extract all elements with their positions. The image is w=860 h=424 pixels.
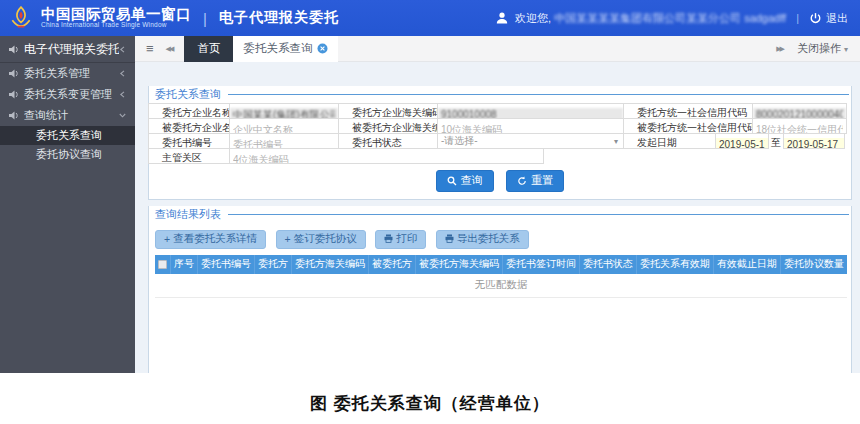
field-label: 委托书状态: [338, 133, 438, 149]
column-header: 被委托方: [369, 255, 416, 274]
reset-button[interactable]: 重置: [506, 170, 564, 192]
module-icon: [9, 45, 19, 54]
caret-down-icon: ▾: [614, 137, 618, 146]
query-panel: 委托关系查询 委托方企业名称 委托方企业海关编码: [148, 86, 852, 200]
sidebar-root-item[interactable]: 电子代理报关委托: [0, 36, 135, 63]
column-header: 委托书状态: [580, 255, 637, 274]
username-redacted: 中国某某某某集团有限公司某某分公司 sadgadff: [554, 11, 786, 26]
column-header: 被委托方海关编码: [416, 255, 503, 274]
field-label: 委托方企业名称: [148, 103, 230, 119]
select-all-header: [155, 255, 171, 274]
start-date-from-field[interactable]: [716, 138, 768, 150]
query-panel-title: 委托关系查询: [149, 87, 228, 102]
customs-district-field[interactable]: [230, 153, 543, 165]
brand-divider: |: [203, 10, 207, 27]
user-icon: [495, 11, 509, 25]
workspace: 委托关系查询 委托方企业名称 委托方企业海关编码: [135, 62, 860, 373]
menu-item-icon: [9, 111, 19, 120]
field-label: 发起日期: [623, 133, 716, 149]
user-area: 欢迎您, 中国某某某某集团有限公司某某分公司 sadgadff | 退出: [495, 11, 848, 26]
app-window: 中国国际贸易单一窗口 China International Trade Sin…: [0, 0, 860, 373]
query-form: 委托方企业名称 委托方企业海关编码 委托方统一社会信用代码: [149, 104, 851, 164]
panel-rule: [228, 94, 849, 95]
logout-button[interactable]: 退出: [826, 11, 848, 26]
results-panel: 查询结果列表 + 查看委托关系详情 + 签订委托协议: [148, 206, 852, 373]
tab-bar: ≡ ◀◀ 首页 委托关系查询 ▶▶ 关闭操作 ▾: [135, 36, 860, 62]
scroll-tabs-right-icon[interactable]: ▶▶: [776, 45, 783, 53]
reset-icon: [517, 176, 527, 186]
sidebar: 电子代理报关委托 委托关系管理: [0, 36, 135, 373]
column-header: 委托书编号: [198, 255, 255, 274]
field-label: 委托方企业海关编码: [338, 103, 438, 119]
sidebar-item-relation-management[interactable]: 委托关系管理: [0, 63, 135, 84]
column-header: 委托书签订时间: [503, 255, 580, 274]
printer-icon: [384, 234, 393, 243]
results-toolbar: + 查看委托关系详情 + 签订委托协议: [149, 223, 851, 254]
chevron-left-icon: [119, 46, 126, 53]
sign-agreement-button[interactable]: + 签订委托协议: [276, 230, 366, 249]
sidebar-item-label: 委托关系变更管理: [24, 87, 119, 102]
field-label: 委托书编号: [148, 133, 230, 149]
view-detail-button[interactable]: + 查看委托关系详情: [155, 230, 266, 249]
column-header: 序号: [171, 255, 198, 274]
menu-item-icon: [9, 90, 19, 99]
sidebar-root-label: 电子代理报关委托: [24, 41, 119, 58]
print-button[interactable]: 打印: [375, 230, 426, 249]
export-icon: [445, 234, 454, 243]
empty-state-row: 无匹配数据: [155, 274, 847, 298]
power-icon[interactable]: [809, 12, 822, 25]
scroll-tabs-left-icon[interactable]: ◀◀: [166, 45, 173, 53]
chevron-left-icon: [119, 70, 126, 77]
sidebar-item-change-management[interactable]: 委托关系变更管理: [0, 84, 135, 105]
single-window-logo-icon: [8, 5, 34, 31]
letter-status-select[interactable]: -请选择- ▾: [438, 134, 623, 148]
caret-down-icon: ▾: [844, 45, 848, 54]
results-panel-title: 查询结果列表: [149, 207, 228, 222]
search-icon: [447, 176, 457, 186]
hamburger-menu-icon[interactable]: ≡: [146, 42, 154, 55]
close-operations-dropdown[interactable]: 关闭操作 ▾: [797, 41, 848, 56]
results-table: 序号 委托书编号 委托方 委托方海关编码 被委托方 被委托方海关编码 委托书签订…: [155, 255, 847, 298]
table-header-row: 序号 委托书编号 委托方 委托方海关编码 被委托方 被委托方海关编码 委托书签订…: [155, 255, 847, 274]
welcome-text: 欢迎您,: [515, 11, 551, 26]
entrustee-customs-code-field[interactable]: [438, 123, 623, 135]
figure-caption: 图 委托关系查询（经营单位）: [310, 392, 550, 424]
date-range-to-label: 至: [768, 133, 784, 149]
field-label: 委托方统一社会信用代码: [623, 103, 753, 119]
sidebar-item-label: 委托关系管理: [24, 66, 119, 81]
field-label: 被委托方统一社会信用代码: [623, 118, 753, 134]
tab-home[interactable]: 首页: [184, 36, 233, 62]
brand-title: 中国国际贸易单一窗口: [41, 7, 191, 22]
field-label: 主管关区: [148, 148, 230, 164]
field-label: 被委托方企业名称: [148, 118, 230, 134]
column-header: 委托方: [255, 255, 292, 274]
export-button[interactable]: 导出委托关系: [436, 230, 529, 249]
panel-rule: [228, 214, 849, 215]
chevron-down-icon: [119, 112, 126, 119]
app-header: 中国国际贸易单一窗口 China International Trade Sin…: [0, 0, 860, 36]
app-title: 电子代理报关委托: [219, 9, 339, 27]
menu-item-icon: [9, 69, 19, 78]
plus-icon: +: [164, 233, 170, 245]
select-all-checkbox[interactable]: [158, 260, 167, 269]
sidebar-subitem-relation-query[interactable]: 委托关系查询: [0, 126, 135, 145]
sidebar-subitem-agreement-query[interactable]: 委托协议查询: [0, 145, 135, 164]
tab-relation-query[interactable]: 委托关系查询: [233, 36, 338, 62]
brand-subtitle: China International Trade Single Window: [41, 22, 191, 29]
column-header: 委托关系有效期: [637, 255, 714, 274]
chevron-left-icon: [119, 91, 126, 98]
field-label: 被委托方企业海关编码: [338, 118, 438, 134]
column-header: 委托协议数量: [781, 255, 848, 274]
column-header: 委托方海关编码: [292, 255, 369, 274]
empty-state-text: 无匹配数据: [155, 274, 847, 298]
tab-label: 委托关系查询: [243, 41, 312, 56]
column-header: 有效截止日期: [714, 255, 781, 274]
document-page: 中国国际贸易单一窗口 China International Trade Sin…: [0, 0, 860, 424]
plus-icon: +: [285, 233, 291, 245]
search-button[interactable]: 查询: [436, 170, 494, 192]
start-date-to-field[interactable]: [784, 138, 844, 150]
sidebar-item-query-statistics[interactable]: 查询统计: [0, 105, 135, 126]
sidebar-item-label: 查询统计: [24, 108, 119, 123]
close-tab-icon[interactable]: [317, 43, 328, 54]
brand-area: 中国国际贸易单一窗口 China International Trade Sin…: [8, 5, 339, 31]
